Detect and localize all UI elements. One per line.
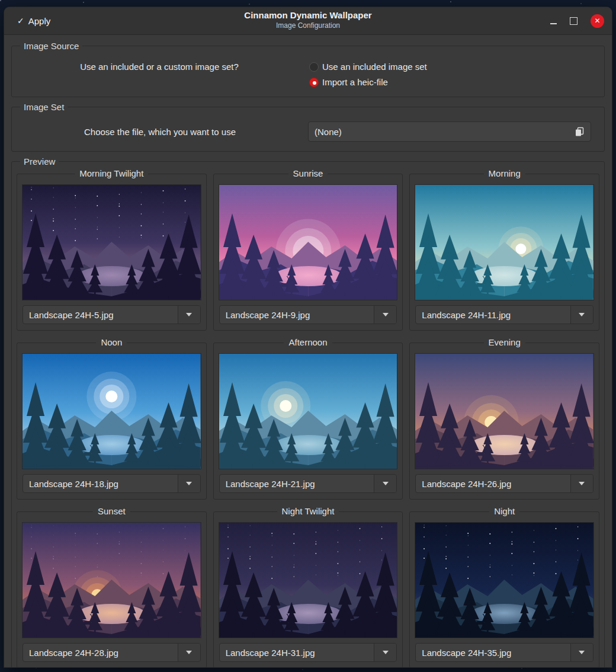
image-file-combobox[interactable]: Landscape 24H-31.jpg <box>219 643 397 662</box>
wallpaper-preview-image <box>219 185 397 300</box>
radio-icon <box>309 78 319 87</box>
combobox-dropdown-button[interactable] <box>571 644 593 661</box>
preview-cell-title: Morning <box>410 168 599 179</box>
combobox-value: Landscape 24H-21.jpg <box>220 475 374 492</box>
radio-label: Import a heic-file <box>322 77 388 87</box>
combobox-value: Landscape 24H-26.jpg <box>416 475 570 492</box>
image-set-chooser-area: (None) <box>308 121 604 142</box>
radio-import-heic-file[interactable]: Import a heic-file <box>309 77 604 87</box>
preview-cell: Afternoon Landscape 24H-21.jpg <box>213 343 403 500</box>
chevron-down-icon <box>383 313 389 316</box>
title-block: Cinnamon Dynamic Wallpaper Image Configu… <box>4 9 612 30</box>
preview-cell-title: Noon <box>17 337 206 348</box>
apply-button-label: Apply <box>28 16 51 26</box>
wallpaper-preview-image <box>415 185 593 300</box>
combobox-dropdown-button[interactable] <box>178 644 200 661</box>
close-button[interactable]: ✕ <box>591 14 604 28</box>
image-set-legend: Image Set <box>20 102 68 112</box>
preview-cell-title: Sunrise <box>214 168 403 179</box>
combobox-dropdown-button[interactable] <box>571 306 593 324</box>
image-file-combobox[interactable]: Landscape 24H-35.jpg <box>415 643 593 662</box>
preview-cell: Night Landscape 24H-35.jpg <box>409 511 599 667</box>
wallpaper-preview-image <box>23 185 201 300</box>
chevron-down-icon <box>579 313 585 316</box>
image-file-combobox[interactable]: Landscape 24H-9.jpg <box>219 305 397 324</box>
combobox-value: Landscape 24H-31.jpg <box>220 644 374 661</box>
chevron-down-icon <box>186 313 192 316</box>
image-source-question: Use an included or a custom image set? <box>12 62 307 72</box>
radio-included-image-set[interactable]: Use an included image set <box>309 62 604 72</box>
preview-grid: Morning Twilight Landscape 24H-5.jpg Sun… <box>12 162 604 667</box>
wallpaper-preview-image <box>415 523 593 638</box>
image-file-combobox[interactable]: Landscape 24H-18.jpg <box>23 474 201 493</box>
apply-button[interactable]: ✓ Apply <box>12 12 55 30</box>
preview-cell-title: Night Twilight <box>214 506 403 517</box>
chevron-down-icon <box>383 482 389 485</box>
chevron-down-icon <box>186 482 192 485</box>
window-body: Image Source Use an included or a custom… <box>4 35 612 667</box>
wallpaper-preview-image <box>219 354 397 469</box>
combobox-value: Landscape 24H-35.jpg <box>416 644 570 661</box>
image-source-frame: Image Source Use an included or a custom… <box>11 46 605 97</box>
preview-cell: Morning Landscape 24H-11.jpg <box>409 174 599 331</box>
preview-cell-title: Night <box>410 506 599 517</box>
radio-label: Use an included image set <box>322 62 427 72</box>
preview-cell: Morning Twilight Landscape 24H-5.jpg <box>17 174 207 331</box>
combobox-dropdown-button[interactable] <box>178 475 200 492</box>
image-file-combobox[interactable]: Landscape 24H-21.jpg <box>219 474 397 493</box>
combobox-value: Landscape 24H-11.jpg <box>416 306 570 324</box>
preview-cell: Noon Landscape 24H-18.jpg <box>17 343 207 500</box>
file-copy-icon <box>575 127 585 137</box>
image-file-combobox[interactable]: Landscape 24H-5.jpg <box>23 305 201 324</box>
preview-frame: Preview Morning Twilight Landscape 24H-5… <box>11 161 605 667</box>
window-controls: ✕ <box>550 14 612 28</box>
preview-cell: Sunset Landscape 24H-28.jpg <box>17 511 207 667</box>
app-window: ✓ Apply Cinnamon Dynamic Wallpaper Image… <box>4 7 612 667</box>
file-chooser-value: (None) <box>315 127 575 137</box>
combobox-dropdown-button[interactable] <box>178 306 200 324</box>
header-bar: ✓ Apply Cinnamon Dynamic Wallpaper Image… <box>4 7 612 35</box>
close-icon: ✕ <box>594 17 600 24</box>
preview-cell-title: Evening <box>410 337 599 348</box>
window-title: Cinnamon Dynamic Wallpaper <box>4 9 612 21</box>
image-source-legend: Image Source <box>20 41 82 51</box>
image-file-combobox[interactable]: Landscape 24H-11.jpg <box>415 305 593 324</box>
chevron-down-icon <box>186 651 192 654</box>
preview-cell-title: Sunset <box>17 506 206 517</box>
radio-icon <box>309 62 319 72</box>
maximize-icon[interactable] <box>570 17 578 25</box>
file-chooser-button[interactable]: (None) <box>308 121 591 142</box>
chevron-down-icon <box>579 482 585 485</box>
image-file-combobox[interactable]: Landscape 24H-26.jpg <box>415 474 593 493</box>
preview-cell-title: Afternoon <box>214 337 403 348</box>
image-set-frame: Image Set Choose the file, which you wan… <box>11 107 605 152</box>
combobox-dropdown-button[interactable] <box>571 475 593 492</box>
check-icon: ✓ <box>17 16 24 25</box>
combobox-dropdown-button[interactable] <box>374 475 396 492</box>
combobox-dropdown-button[interactable] <box>374 644 396 661</box>
minimize-icon[interactable] <box>550 17 557 24</box>
combobox-dropdown-button[interactable] <box>374 306 396 324</box>
combobox-value: Landscape 24H-9.jpg <box>220 306 374 324</box>
combobox-value: Landscape 24H-28.jpg <box>23 644 178 661</box>
combobox-value: Landscape 24H-18.jpg <box>23 475 178 492</box>
image-file-combobox[interactable]: Landscape 24H-28.jpg <box>23 643 201 662</box>
chevron-down-icon <box>579 651 585 654</box>
window-subtitle: Image Configuration <box>4 21 612 30</box>
preview-cell-title: Morning Twilight <box>17 168 206 179</box>
image-source-options: Use an included image set Import a heic-… <box>307 62 604 87</box>
image-set-prompt: Choose the file, which you want to use <box>12 127 308 137</box>
wallpaper-preview-image <box>415 354 593 469</box>
wallpaper-preview-image <box>23 354 201 469</box>
desktop: { "window": { "title": "Cinnamon Dynamic… <box>0 0 616 672</box>
wallpaper-preview-image <box>219 523 397 638</box>
preview-cell: Night Twilight Landscape 24H-31.jpg <box>213 511 403 667</box>
wallpaper-preview-image <box>23 523 201 638</box>
chevron-down-icon <box>383 651 389 654</box>
preview-cell: Evening Landscape 24H-26.jpg <box>409 343 599 500</box>
combobox-value: Landscape 24H-5.jpg <box>23 306 178 324</box>
preview-cell: Sunrise Landscape 24H-9.jpg <box>213 174 403 331</box>
preview-legend: Preview <box>20 156 59 167</box>
